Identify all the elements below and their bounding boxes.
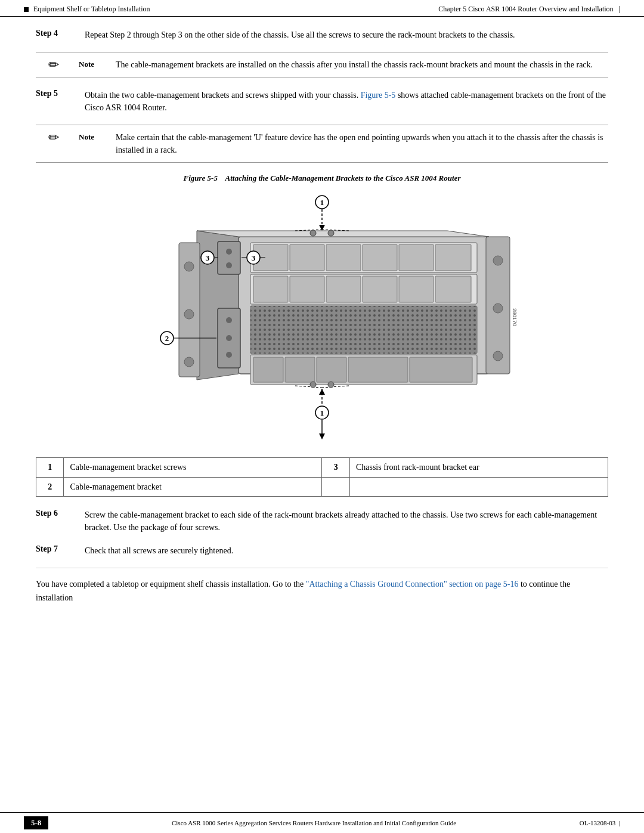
part-desc-2: Cable-management bracket xyxy=(64,477,322,497)
svg-point-65 xyxy=(328,382,334,388)
svg-point-14 xyxy=(184,357,194,367)
svg-rect-21 xyxy=(435,244,471,271)
svg-rect-38 xyxy=(410,357,472,382)
header-right-text: Chapter 5 Cisco ASR 1004 Router Overview… xyxy=(438,5,613,13)
main-content: Step 4 Repeat Step 2 through Step 3 on t… xyxy=(0,17,644,617)
step-7-block: Step 7 Check that all screws are securel… xyxy=(36,544,608,557)
svg-marker-57 xyxy=(319,433,325,439)
svg-rect-39 xyxy=(218,241,240,274)
svg-text:3: 3 xyxy=(252,253,256,262)
closing-paragraph: You have completed a tabletop or equipme… xyxy=(36,578,608,605)
part-num-2: 2 xyxy=(36,477,64,497)
step-4-label: Step 4 xyxy=(36,29,78,41)
part-desc-3: Chassis front rack-mount bracket ear xyxy=(349,458,608,478)
step-7-text: Check that all screws are securely tight… xyxy=(85,544,608,557)
note-1-icon-cell: ✏ xyxy=(36,58,72,72)
svg-point-60 xyxy=(310,230,316,236)
svg-marker-53 xyxy=(319,389,325,395)
note-1-label: Note xyxy=(79,58,109,69)
step-4-text: Repeat Step 2 through Step 3 on the othe… xyxy=(85,29,608,41)
svg-text:280170: 280170 xyxy=(512,308,518,326)
svg-point-44 xyxy=(226,335,232,341)
svg-point-10 xyxy=(493,351,503,361)
svg-marker-6 xyxy=(197,231,489,237)
figure-link[interactable]: Figure 5-5 xyxy=(361,91,396,100)
svg-point-43 xyxy=(226,317,232,323)
svg-point-9 xyxy=(493,304,503,313)
svg-rect-19 xyxy=(363,244,397,271)
figure-container: 1 xyxy=(36,189,608,445)
svg-text:3: 3 xyxy=(206,253,210,262)
svg-point-12 xyxy=(184,262,194,271)
part-desc-empty xyxy=(349,477,608,497)
pencil-icon-1: ✏ xyxy=(48,58,59,72)
svg-text:1: 1 xyxy=(320,198,324,207)
part-num-3: 3 xyxy=(322,458,349,478)
header-right: Chapter 5 Cisco ASR 1004 Router Overview… xyxy=(438,5,620,14)
svg-rect-35 xyxy=(285,357,315,382)
svg-point-40 xyxy=(226,249,232,255)
step-5-label: Step 5 xyxy=(36,89,78,114)
step-5-text: Obtain the two cable-management brackets… xyxy=(85,89,608,114)
page-footer: 5-8 Cisco ASR 1000 Series Aggregation Se… xyxy=(0,812,644,833)
svg-rect-18 xyxy=(326,244,361,271)
step-6-block: Step 6 Screw the cable-management bracke… xyxy=(36,509,608,534)
footer-ol-number: OL-13208-03 | xyxy=(580,819,620,826)
note-1-text: The cable-management brackets are instal… xyxy=(116,58,608,71)
svg-rect-36 xyxy=(317,357,346,382)
svg-rect-27 xyxy=(399,276,434,302)
header-left-text: Equipment Shelf or Tabletop Installation xyxy=(33,5,150,14)
closing-link[interactable]: "Attaching a Chassis Ground Connection" … xyxy=(306,580,519,589)
svg-rect-26 xyxy=(363,276,397,302)
page-header: Equipment Shelf or Tabletop Installation… xyxy=(0,0,644,17)
note-2-icon-cell: ✏ xyxy=(36,131,72,144)
svg-rect-20 xyxy=(399,244,434,271)
svg-point-41 xyxy=(226,262,232,268)
page-number: 5-8 xyxy=(24,816,48,829)
svg-line-63 xyxy=(322,386,349,388)
router-diagram: 1 xyxy=(119,189,525,445)
part-desc-1: Cable-management bracket screws xyxy=(64,458,322,478)
svg-point-64 xyxy=(310,382,316,388)
note-2-label: Note xyxy=(79,131,109,142)
svg-rect-37 xyxy=(348,357,408,382)
note-2-block: ✏ Note Make certain that the cable-manag… xyxy=(36,125,608,163)
step-5-block: Step 5 Obtain the two cable-management b… xyxy=(36,89,608,114)
header-bullet xyxy=(24,7,29,12)
svg-point-61 xyxy=(328,230,334,236)
part-num-1: 1 xyxy=(36,458,64,478)
table-row: 2 Cable-management bracket xyxy=(36,477,608,497)
footer-center-text: Cisco ASR 1000 Series Aggregation Servic… xyxy=(48,819,579,826)
note-1-block: ✏ Note The cable-management brackets are… xyxy=(36,52,608,78)
svg-rect-24 xyxy=(290,276,324,302)
svg-rect-17 xyxy=(290,244,324,271)
svg-rect-23 xyxy=(253,276,288,302)
svg-text:2: 2 xyxy=(165,334,169,343)
pencil-icon-2: ✏ xyxy=(48,131,59,144)
step-6-label: Step 6 xyxy=(36,509,78,534)
header-left: Equipment Shelf or Tabletop Installation xyxy=(24,5,150,14)
figure-caption: Figure 5-5 Attaching the Cable-Managemen… xyxy=(36,174,608,183)
svg-line-62 xyxy=(295,386,322,388)
svg-text:1: 1 xyxy=(320,408,324,417)
note-2-text: Make certain that the cable-management '… xyxy=(116,131,608,156)
svg-rect-25 xyxy=(326,276,361,302)
svg-point-8 xyxy=(493,256,503,265)
parts-table: 1 Cable-management bracket screws 3 Chas… xyxy=(36,457,608,497)
step-4-block: Step 4 Repeat Step 2 through Step 3 on t… xyxy=(36,29,608,41)
svg-rect-28 xyxy=(435,276,471,302)
closing-prefix: You have completed a tabletop or equipme… xyxy=(36,580,306,589)
table-row: 1 Cable-management bracket screws 3 Chas… xyxy=(36,458,608,478)
svg-rect-32 xyxy=(250,306,477,354)
svg-rect-34 xyxy=(253,357,283,382)
step-7-label: Step 7 xyxy=(36,544,78,557)
svg-point-45 xyxy=(226,352,232,358)
svg-point-13 xyxy=(184,309,194,319)
figure-label: Figure 5-5 Attaching the Cable-Managemen… xyxy=(184,174,461,182)
part-num-empty xyxy=(322,477,349,497)
step-6-text: Screw the cable-management bracket to ea… xyxy=(85,509,608,534)
separator xyxy=(36,568,608,568)
